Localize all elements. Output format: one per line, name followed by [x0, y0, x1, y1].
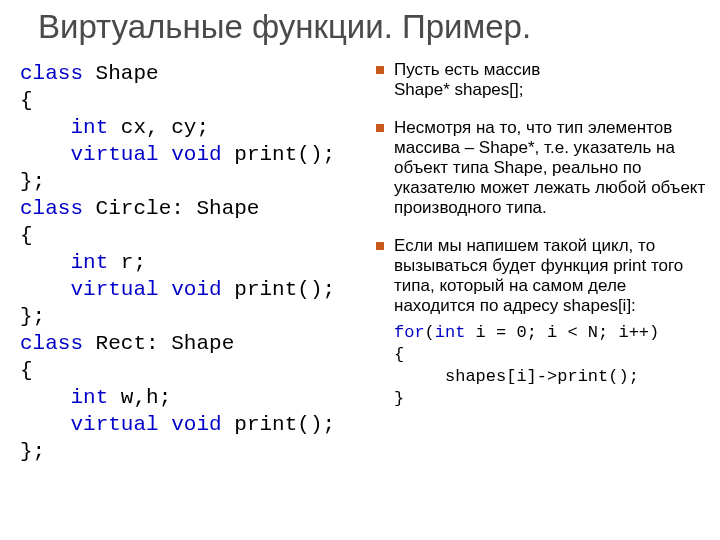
- keyword-class: class: [20, 197, 83, 220]
- keyword-class: class: [20, 332, 83, 355]
- bullet-item: Пусть есть массив Shape* shapes[];: [376, 60, 706, 100]
- bullet-text: Несмотря на то, что тип элементов массив…: [394, 118, 706, 218]
- bullet-text: Пусть есть массив Shape* shapes[];: [394, 60, 706, 100]
- keyword-int: int: [70, 386, 108, 409]
- keyword-void: void: [171, 278, 221, 301]
- keyword-int: int: [435, 323, 466, 342]
- keyword-virtual: virtual: [70, 143, 158, 166]
- code-text: w,h;: [108, 386, 171, 409]
- code-text: {: [394, 345, 404, 364]
- code-text: (: [425, 323, 435, 342]
- keyword-int: int: [70, 251, 108, 274]
- code-text: shapes[i]->print();: [394, 367, 639, 386]
- code-text: Circle: Shape: [83, 197, 259, 220]
- keyword-void: void: [171, 143, 221, 166]
- code-text: };: [20, 440, 45, 463]
- code-text: [20, 116, 70, 139]
- keyword-void: void: [171, 413, 221, 436]
- code-text: [20, 386, 70, 409]
- code-text: r;: [108, 251, 146, 274]
- code-text: [159, 278, 172, 301]
- code-text: cx, cy;: [108, 116, 209, 139]
- code-text: print();: [222, 143, 335, 166]
- code-text: [20, 278, 70, 301]
- keyword-virtual: virtual: [70, 413, 158, 436]
- bullet-icon: [376, 242, 384, 250]
- code-text: {: [20, 89, 33, 112]
- code-text: [20, 143, 70, 166]
- keyword-int: int: [70, 116, 108, 139]
- slide: Виртуальные функции. Пример. class Shape…: [0, 0, 720, 540]
- bullet-text: Если мы напишем такой цикл, то вызыватьс…: [394, 236, 706, 316]
- code-text: [159, 143, 172, 166]
- code-text: };: [20, 305, 45, 328]
- code-text: [159, 413, 172, 436]
- code-text: print();: [222, 278, 335, 301]
- text-line: Shape* shapes[];: [394, 80, 706, 100]
- keyword-for: for: [394, 323, 425, 342]
- code-text: print();: [222, 413, 335, 436]
- bullet-item: Если мы напишем такой цикл, то вызыватьс…: [376, 236, 706, 316]
- slide-title: Виртуальные функции. Пример.: [38, 8, 531, 46]
- text-line: Пусть есть массив: [394, 60, 706, 80]
- code-text: }: [394, 389, 404, 408]
- code-text: Rect: Shape: [83, 332, 234, 355]
- bullet-item: Несмотря на то, что тип элементов массив…: [376, 118, 706, 218]
- keyword-virtual: virtual: [70, 278, 158, 301]
- bullet-icon: [376, 124, 384, 132]
- code-text: [20, 251, 70, 274]
- code-text: {: [20, 224, 33, 247]
- code-text: i = 0; i < N; i++): [465, 323, 659, 342]
- code-text: {: [20, 359, 33, 382]
- code-block-right: for(int i = 0; i < N; i++) { shapes[i]->…: [394, 322, 706, 410]
- code-text: };: [20, 170, 45, 193]
- right-column: Пусть есть массив Shape* shapes[]; Несмо…: [376, 60, 706, 410]
- keyword-class: class: [20, 62, 83, 85]
- code-text: Shape: [83, 62, 159, 85]
- code-text: [20, 413, 70, 436]
- bullet-icon: [376, 66, 384, 74]
- code-block-left: class Shape { int cx, cy; virtual void p…: [20, 60, 380, 465]
